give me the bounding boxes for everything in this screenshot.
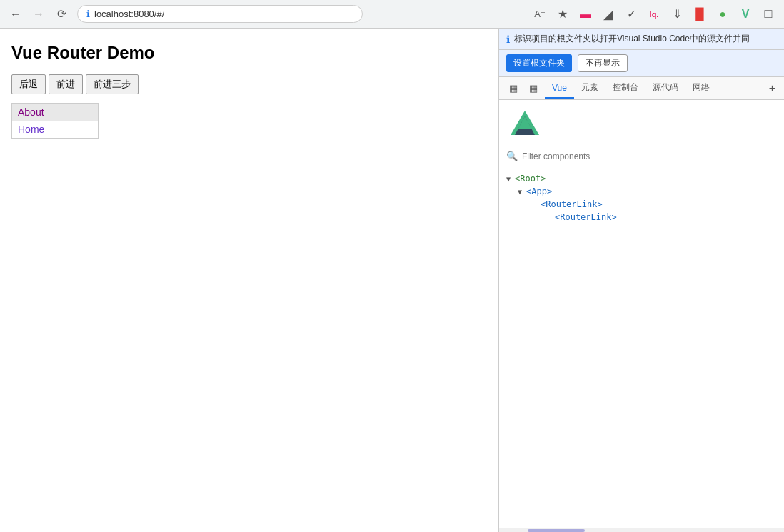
inspect-icon[interactable]: ▦ [505, 80, 522, 97]
router-nav-buttons: 后退 前进 前进三步 [11, 74, 487, 94]
tree-arrow-rl2 [546, 214, 555, 221]
forward-three-router-button[interactable]: 前进三步 [86, 74, 139, 94]
filter-area: 🔍 [499, 146, 784, 166]
tab-elements[interactable]: 元素 [574, 77, 605, 99]
tree-item-app[interactable]: ▼ <App> [499, 185, 784, 198]
extension-bird-icon[interactable]: ✓ [621, 4, 641, 24]
router-links-list: About Home [11, 103, 99, 139]
dismiss-button[interactable]: 不再显示 [578, 54, 628, 72]
forward-button[interactable]: → [29, 4, 49, 24]
filter-search-icon: 🔍 [506, 151, 518, 161]
tree-tag-root: <Root> [515, 174, 546, 184]
toolbar-icons: A⁺ ★ ▬ ◢ ✓ lq. ⇓ █ ● V □ [530, 4, 778, 24]
vue-devtools-icon[interactable]: V [735, 4, 755, 24]
copy-icon[interactable]: ▦ [525, 80, 542, 97]
nav-link-about[interactable]: About [12, 104, 98, 121]
forward-router-button[interactable]: 前进 [49, 74, 83, 94]
extension-pink-icon[interactable]: ▬ [576, 4, 595, 24]
extension-download-icon[interactable]: ⇓ [667, 4, 687, 24]
tree-tag-app: <App> [526, 186, 552, 196]
tab-network[interactable]: 网络 [685, 77, 717, 99]
extension-red-icon[interactable]: █ [690, 4, 710, 24]
nav-link-home[interactable]: Home [12, 121, 98, 138]
devtools-tabs: ▦ ▦ Vue 元素 控制台 源代码 网络 + [499, 77, 784, 100]
tab-vue[interactable]: Vue [545, 79, 574, 99]
nav-buttons: ← → ⟳ [6, 4, 71, 24]
filter-input[interactable] [522, 151, 777, 161]
reload-button[interactable]: ⟳ [51, 4, 71, 24]
page-content: Vue Router Demo 后退 前进 前进三步 About Home [0, 29, 498, 532]
tab-sources[interactable]: 源代码 [645, 77, 685, 99]
devtools-panel: ℹ 标识项目的根文件夹以打开Visual Studio Code中的源文件并同 … [498, 29, 784, 532]
back-button[interactable]: ← [6, 4, 26, 24]
extension-dark-icon[interactable]: ◢ [598, 4, 618, 24]
font-size-icon[interactable]: A⁺ [530, 4, 550, 24]
browser-chrome: ← → ⟳ ℹ localhost:8080/#/ A⁺ ★ ▬ ◢ ✓ lq.… [0, 0, 784, 29]
info-icon: ℹ [86, 9, 90, 19]
page-title: Vue Router Demo [11, 43, 487, 63]
vue-logo-area [499, 100, 784, 146]
extension-iq-icon[interactable]: lq. [644, 4, 664, 24]
tab-action-icons: ▦ ▦ [502, 80, 545, 97]
tree-item-routerlink-1[interactable]: <RouterLink> [499, 198, 784, 211]
vue-logo [511, 109, 539, 137]
url-display: localhost:8080/#/ [94, 9, 353, 19]
horizontal-scrollbar[interactable] [499, 528, 784, 532]
tree-arrow-rl1 [532, 201, 541, 209]
tree-arrow-root: ▼ [506, 175, 515, 183]
vue-devtools-content: 🔍 ▼ <Root> ▼ <App> <RouterLink> [499, 100, 784, 532]
devtools-info-text: 标识项目的根文件夹以打开Visual Studio Code中的源文件并同 [514, 33, 777, 45]
tree-tag-routerlink-1: <RouterLink> [541, 199, 603, 209]
set-root-button[interactable]: 设置根文件夹 [506, 54, 572, 72]
extension-square-icon[interactable]: □ [758, 4, 778, 24]
main-layout: Vue Router Demo 后退 前进 前进三步 About Home ℹ … [0, 29, 784, 532]
add-tab-button[interactable]: + [763, 78, 781, 99]
component-tree: ▼ <Root> ▼ <App> <RouterLink> <RouterLin… [499, 166, 784, 229]
scrollbar-thumb [528, 529, 585, 532]
back-router-button[interactable]: 后退 [11, 74, 46, 94]
extension-globe-icon[interactable]: ● [713, 4, 733, 24]
tree-arrow-app: ▼ [518, 188, 526, 196]
tree-item-root[interactable]: ▼ <Root> [499, 172, 784, 185]
info-icon: ℹ [506, 34, 510, 45]
address-bar[interactable]: ℹ localhost:8080/#/ [77, 5, 363, 23]
tree-item-routerlink-2[interactable]: <RouterLink> [499, 211, 784, 224]
devtools-action-bar: 设置根文件夹 不再显示 [499, 50, 784, 77]
tree-tag-routerlink-2: <RouterLink> [555, 212, 617, 222]
devtools-info-bar: ℹ 标识项目的根文件夹以打开Visual Studio Code中的源文件并同 [499, 29, 784, 50]
tab-console[interactable]: 控制台 [605, 77, 645, 99]
bookmark-icon[interactable]: ★ [553, 4, 573, 24]
